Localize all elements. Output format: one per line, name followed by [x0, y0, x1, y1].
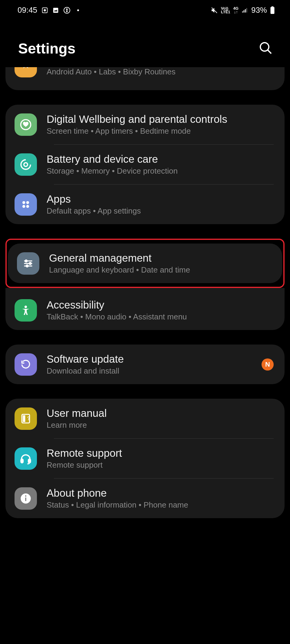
notif-icon-2: [52, 7, 59, 14]
page-title: Settings: [18, 40, 75, 57]
svg-point-15: [22, 201, 25, 204]
signal-icon: [242, 7, 248, 14]
item-text: Accessibility TalkBack • Mono audio • As…: [47, 299, 274, 322]
status-time: 09:45: [18, 5, 37, 15]
svg-point-24: [26, 265, 28, 267]
svg-point-18: [26, 205, 29, 208]
settings-group-accessibility: Accessibility TalkBack • Mono audio • As…: [5, 288, 285, 330]
notif-icon-1: [41, 7, 48, 14]
svg-rect-7: [245, 9, 246, 12]
apps-icon: [15, 193, 37, 216]
svg-point-20: [25, 260, 27, 262]
settings-item-general-management[interactable]: General management Language and keyboard…: [8, 244, 282, 283]
svg-line-12: [268, 50, 271, 54]
svg-point-16: [26, 201, 29, 204]
item-text: Apps Default apps • App settings: [47, 193, 274, 216]
item-text: General management Language and keyboard…: [49, 252, 271, 275]
settings-item-digital-wellbeing[interactable]: Digital Wellbeing and parental controls …: [5, 105, 285, 144]
svg-point-25: [25, 306, 27, 308]
general-management-icon: [17, 252, 39, 275]
status-right: Vo)) LTE1 4G ↓↑ 93%: [211, 5, 275, 15]
settings-item-software-update[interactable]: Software update Download and install N: [5, 345, 285, 384]
settings-group-device: Digital Wellbeing and parental controls …: [5, 105, 285, 224]
item-text: Android Auto • Labs • Bixby Routines: [47, 67, 274, 77]
svg-rect-8: [246, 8, 247, 12]
svg-text:?: ?: [27, 416, 30, 421]
item-text: User manual Learn more: [47, 407, 274, 430]
update-notification-badge: N: [262, 358, 274, 371]
svg-point-33: [25, 495, 26, 496]
settings-item-user-manual[interactable]: ? User manual Learn more: [5, 399, 285, 438]
svg-point-22: [29, 262, 31, 264]
settings-item-remote-support[interactable]: Remote support Remote support: [5, 439, 285, 478]
settings-item-about-phone[interactable]: About phone Status • Legal information •…: [5, 479, 285, 518]
advanced-features-icon: [15, 67, 37, 77]
status-left: 09:45: [18, 5, 79, 15]
device-care-icon: [15, 153, 37, 176]
accessibility-icon: [15, 299, 37, 322]
settings-header: Settings: [0, 20, 290, 71]
settings-group-update: Software update Download and install N: [5, 345, 285, 384]
svg-point-1: [44, 9, 46, 11]
about-phone-icon: [15, 487, 37, 510]
user-manual-icon: ?: [15, 407, 37, 430]
item-text: Remote support Remote support: [47, 447, 274, 470]
svg-rect-9: [272, 6, 274, 7]
settings-item-advanced-features[interactable]: Android Auto • Labs • Bixby Routines: [5, 67, 285, 90]
mute-icon: [211, 7, 218, 14]
data-indicator: 4G ↓↑: [233, 7, 239, 14]
svg-rect-30: [28, 459, 31, 463]
notif-more-dot: [77, 9, 79, 11]
settings-group-general-highlighted: General management Language and keyboard…: [5, 239, 285, 288]
svg-rect-6: [243, 10, 244, 12]
remote-support-icon: [15, 447, 37, 470]
search-icon: [259, 41, 273, 55]
item-text: Battery and device care Storage • Memory…: [47, 153, 274, 176]
svg-rect-2: [53, 8, 58, 13]
svg-point-17: [22, 205, 25, 208]
wellbeing-icon: [15, 113, 37, 136]
notif-icon-3: [63, 7, 71, 14]
svg-rect-32: [25, 497, 26, 501]
settings-item-apps[interactable]: Apps Default apps • App settings: [5, 185, 285, 224]
settings-group-advanced: Android Auto • Labs • Bixby Routines: [5, 67, 285, 90]
svg-point-11: [260, 43, 269, 51]
item-text: Software update Download and install: [47, 353, 262, 376]
svg-rect-29: [21, 459, 23, 463]
battery-icon: [270, 6, 275, 14]
svg-point-14: [24, 162, 28, 166]
settings-item-battery-device-care[interactable]: Battery and device care Storage • Memory…: [5, 145, 285, 184]
settings-item-accessibility[interactable]: Accessibility TalkBack • Mono audio • As…: [5, 290, 285, 330]
svg-rect-10: [271, 7, 275, 14]
svg-rect-5: [242, 11, 243, 12]
battery-percent: 93%: [251, 5, 267, 15]
settings-group-support: ? User manual Learn more Remote support …: [5, 399, 285, 518]
volte-indicator: Vo)) LTE1: [221, 7, 230, 14]
status-bar: 09:45 Vo)) LTE1 4G ↓↑ 93%: [0, 0, 290, 20]
svg-rect-27: [23, 415, 25, 422]
item-text: About phone Status • Legal information •…: [47, 487, 274, 510]
item-text: Digital Wellbeing and parental controls …: [47, 113, 274, 136]
software-update-icon: [15, 353, 37, 376]
search-button[interactable]: [256, 38, 275, 59]
